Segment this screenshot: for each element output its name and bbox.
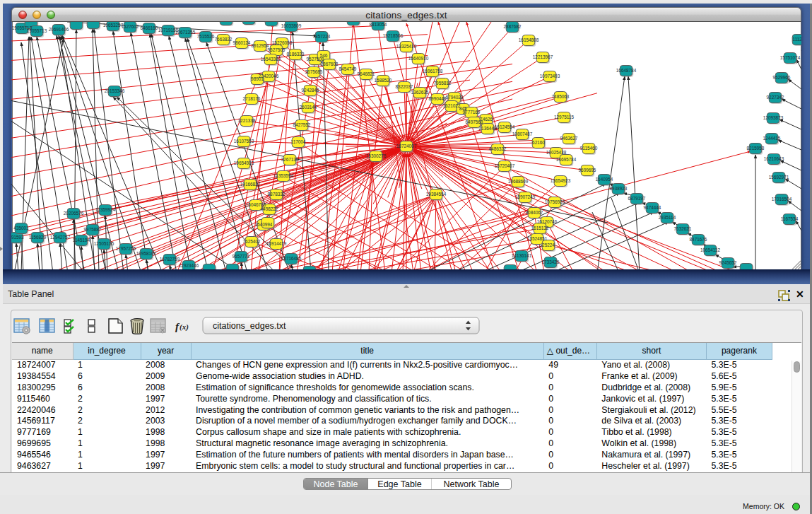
- svg-text:15300275: 15300275: [366, 153, 387, 158]
- svg-text:62160: 62160: [532, 140, 545, 145]
- svg-text:20691406: 20691406: [49, 27, 69, 32]
- svg-text:11124: 11124: [793, 37, 801, 42]
- svg-text:19654933: 19654933: [234, 160, 254, 165]
- svg-text:10973493: 10973493: [540, 74, 560, 78]
- svg-text:1362635: 1362635: [411, 90, 429, 95]
- svg-text:9975887: 9975887: [84, 227, 102, 232]
- svg-text:16107553: 16107553: [234, 139, 254, 144]
- svg-text:3267130: 3267130: [281, 157, 299, 162]
- svg-text:4498222: 4498222: [261, 206, 278, 211]
- svg-text:1615132: 1615132: [531, 226, 549, 230]
- svg-text:1527602: 1527602: [122, 24, 139, 29]
- svg-text:1145194: 1145194: [73, 238, 90, 243]
- svg-text:9529966: 9529966: [773, 75, 791, 80]
- svg-text:7663822: 7663822: [215, 37, 233, 42]
- svg-text:10958107: 10958107: [136, 251, 157, 256]
- svg-text:15716485: 15716485: [281, 256, 302, 261]
- svg-text:2935114: 2935114: [659, 215, 676, 220]
- svg-text:9474444: 9474444: [644, 205, 661, 210]
- svg-text:19218506: 19218506: [383, 33, 404, 38]
- svg-text:391593: 391593: [11, 235, 24, 240]
- svg-text:16914479: 16914479: [266, 241, 287, 246]
- svg-text:11353594: 11353594: [273, 173, 293, 178]
- svg-text:13524851: 13524851: [527, 236, 548, 241]
- svg-text:12213967: 12213967: [533, 54, 553, 59]
- svg-text:12093873: 12093873: [763, 115, 784, 120]
- svg-text:20206576: 20206576: [64, 211, 84, 216]
- svg-text:16033809: 16033809: [281, 23, 302, 28]
- svg-text:citations_edges.txt: citations_edges.txt: [213, 321, 286, 331]
- svg-text:9657771: 9657771: [233, 254, 250, 259]
- svg-text:20153346: 20153346: [105, 88, 125, 93]
- svg-text:10756928: 10756928: [545, 199, 565, 204]
- svg-text:6879197: 6879197: [628, 196, 646, 201]
- svg-text:16961758: 16961758: [423, 69, 443, 74]
- svg-text:8471676: 8471676: [690, 237, 707, 242]
- svg-text:12975115: 12975115: [554, 115, 574, 119]
- svg-text:9245652: 9245652: [719, 260, 737, 265]
- svg-text:12923446: 12923446: [179, 263, 199, 268]
- svg-text:19384554: 19384554: [426, 192, 447, 197]
- svg-text:15720407: 15720407: [495, 163, 515, 168]
- svg-text:1167534: 1167534: [781, 216, 799, 221]
- svg-text:15751074: 15751074: [780, 55, 801, 60]
- svg-text:16782759: 16782759: [160, 257, 180, 262]
- svg-text:15692971: 15692971: [769, 175, 789, 180]
- svg-text:7515526: 7515526: [197, 34, 215, 39]
- svg-text:8912954: 8912954: [252, 43, 269, 48]
- svg-text:1156829: 1156829: [29, 235, 47, 240]
- svg-text:13654923: 13654923: [551, 178, 571, 183]
- svg-text:12942757: 12942757: [50, 235, 71, 240]
- svg-text:1640954: 1640954: [596, 177, 613, 182]
- svg-text:12505135: 12505135: [94, 241, 114, 246]
- svg-text:19055713: 19055713: [27, 28, 47, 33]
- svg-text:9242848: 9242848: [302, 88, 319, 93]
- svg-text:10025438: 10025438: [546, 150, 567, 155]
- svg-text:2887682: 2887682: [504, 24, 522, 29]
- svg-text:10671355: 10671355: [175, 30, 196, 35]
- svg-text:19166827: 19166827: [240, 182, 261, 187]
- svg-text:10654112: 10654112: [700, 247, 720, 252]
- svg-text:10807487: 10807487: [512, 132, 533, 136]
- svg-text:74626: 74626: [480, 117, 493, 122]
- svg-text:13325419: 13325419: [396, 44, 417, 49]
- svg-text:1733426: 1733426: [542, 259, 560, 264]
- svg-text:8990448: 8990448: [429, 96, 447, 101]
- svg-text:8878332: 8878332: [268, 192, 286, 197]
- svg-text:7625402: 7625402: [243, 239, 261, 244]
- svg-text:8938923: 8938923: [610, 186, 628, 191]
- svg-text:8215958: 8215958: [747, 146, 765, 151]
- svg-text:8322037: 8322037: [396, 84, 413, 89]
- svg-text:8454749: 8454749: [339, 66, 357, 71]
- svg-text:16543382: 16543382: [261, 57, 281, 62]
- svg-text:16648784: 16648784: [616, 68, 637, 73]
- svg-text:8427552: 8427552: [293, 122, 311, 127]
- svg-text:1540994: 1540994: [255, 222, 273, 227]
- svg-text:7857224: 7857224: [313, 34, 331, 39]
- svg-text:9115460: 9115460: [580, 146, 598, 151]
- svg-text:546: 546: [320, 53, 328, 58]
- svg-text:9699695: 9699695: [579, 168, 596, 173]
- svg-text:1621022: 1621022: [443, 103, 461, 108]
- svg-text:1221338: 1221338: [238, 118, 256, 123]
- svg-text:17957255: 17957255: [116, 246, 136, 251]
- svg-text:1244415: 1244415: [763, 136, 781, 141]
- svg-text:9646821: 9646821: [358, 71, 375, 76]
- svg-text:9227342: 9227342: [767, 95, 784, 100]
- svg-text:14695784: 14695784: [556, 157, 577, 162]
- svg-text:6466160: 6466160: [141, 25, 158, 30]
- svg-text:17359924: 17359924: [95, 207, 116, 212]
- svg-text:25224: 25224: [542, 243, 555, 247]
- svg-text:3675685: 3675685: [305, 69, 323, 74]
- svg-text:2867608: 2867608: [321, 62, 339, 66]
- svg-text:16120746: 16120746: [537, 219, 558, 224]
- svg-text:16640910: 16640910: [408, 56, 429, 61]
- svg-text:15226058: 15226058: [272, 40, 293, 45]
- svg-text:2603144: 2603144: [300, 105, 317, 110]
- svg-text:8813054: 8813054: [370, 22, 387, 27]
- svg-text:16124554: 16124554: [495, 124, 515, 129]
- svg-text:10688609: 10688609: [508, 179, 529, 184]
- svg-text:9777169: 9777169: [463, 110, 481, 115]
- svg-text:9084067: 9084067: [526, 210, 543, 215]
- svg-text:98901: 98901: [251, 76, 264, 81]
